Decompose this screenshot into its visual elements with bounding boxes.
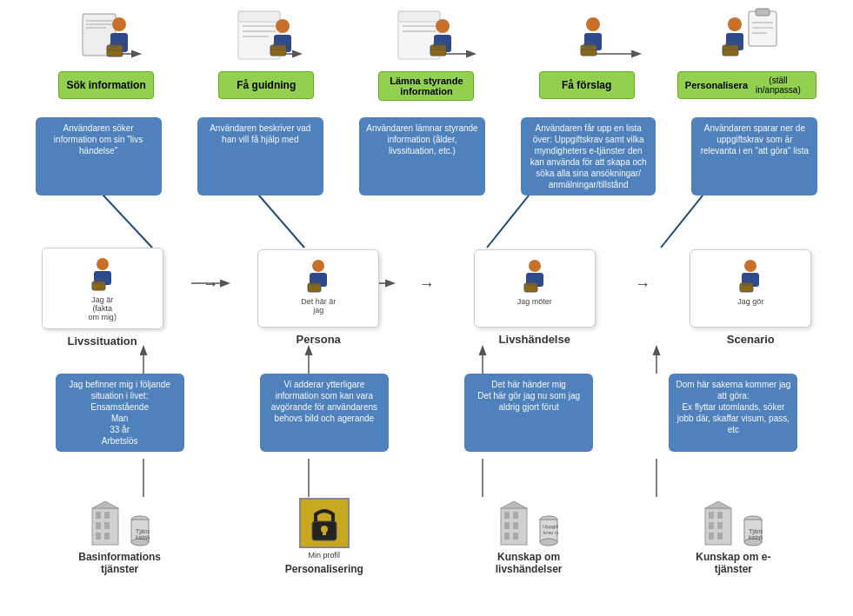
diagram-container: Sök information Få guidning bbox=[0, 0, 853, 616]
svg-point-70 bbox=[529, 260, 541, 272]
svg-rect-84 bbox=[104, 533, 110, 540]
bot-item-personalisering: Min profil Personalisering bbox=[255, 503, 394, 575]
mid-row: Jag är(faktaom mig) Livssituation → Det … bbox=[17, 248, 836, 348]
top-icon-personalisera bbox=[712, 7, 782, 68]
svg-rect-29 bbox=[238, 11, 280, 22]
bot-icon-area-personalisering: Min profil bbox=[298, 503, 350, 560]
mid-box-livshändelse: Jag möter bbox=[474, 249, 596, 328]
bot-desc-1: Jag befinner mig i följande situation i … bbox=[56, 374, 184, 452]
arrow-3: → bbox=[635, 275, 650, 294]
top-item-styrande: Lämna styrandeinformation bbox=[357, 7, 496, 101]
svg-text:katalog: katalog bbox=[136, 534, 150, 541]
top-desc-3: Användaren lämnar styrande information (… bbox=[359, 117, 485, 195]
top-item-sok: Sök information bbox=[37, 7, 176, 101]
svg-text:krav reg.: krav reg. bbox=[543, 530, 558, 535]
building-icon-1 bbox=[90, 500, 127, 547]
svg-point-33 bbox=[276, 19, 290, 33]
mid-item-persona: Det här ärjag Persona bbox=[249, 249, 388, 346]
svg-rect-96 bbox=[504, 512, 510, 519]
person-briefcase-mid-icon bbox=[86, 255, 119, 292]
bot-label-kunskap-livs: Kunskap omlivshändelser bbox=[496, 551, 563, 575]
top-icon-guidning bbox=[231, 7, 301, 68]
lock-label: Min profil bbox=[309, 551, 341, 560]
cylinder-icon-2: Uppgifts- krav reg. bbox=[539, 514, 558, 547]
top-item-personalisera: Personalisera(ställ in/anpassa) bbox=[677, 7, 816, 101]
person-briefcase-mid-icon-3 bbox=[518, 257, 551, 294]
top-icon-forslag bbox=[552, 7, 622, 68]
building-icon-3 bbox=[703, 500, 740, 547]
person-briefcase-icon-guidning bbox=[234, 7, 299, 68]
bot-item-kunskap-e: Tjänste- katalog Kunskap om e-tjänster bbox=[663, 491, 803, 575]
mid-box-scenario: Jag gör bbox=[690, 249, 811, 328]
svg-point-47 bbox=[586, 17, 600, 31]
livshändelse-caption: Jag möter bbox=[517, 297, 552, 306]
svg-rect-53 bbox=[756, 9, 770, 16]
top-label-guidning: Få guidning bbox=[218, 71, 314, 99]
person-briefcase-icon-forslag bbox=[556, 7, 617, 68]
svg-rect-109 bbox=[709, 512, 714, 519]
svg-point-74 bbox=[744, 260, 756, 272]
bot-item-basinformation: Tjänste- katalog Basinformationstjänster bbox=[50, 491, 190, 575]
svg-rect-81 bbox=[96, 522, 101, 529]
scenario-caption: Jag gör bbox=[737, 297, 763, 306]
arrow-2: → bbox=[418, 275, 434, 294]
svg-point-66 bbox=[312, 260, 324, 272]
mid-item-scenario: Jag gör Scenario bbox=[681, 249, 820, 346]
bot-icon-area-kunskap-e: Tjänste- katalog bbox=[703, 491, 763, 547]
top-desc-row: Användaren söker information om sin "liv… bbox=[0, 117, 853, 195]
top-desc-1: Användaren söker information om sin "liv… bbox=[36, 117, 162, 195]
svg-point-62 bbox=[97, 258, 109, 270]
mid-label-persona: Persona bbox=[297, 333, 341, 346]
svg-point-42 bbox=[436, 19, 450, 33]
svg-rect-98 bbox=[504, 522, 510, 529]
svg-text:Uppgifts-: Uppgifts- bbox=[543, 524, 558, 529]
bot-desc-3: Det här händer migDet här gör jag nu som… bbox=[464, 374, 593, 452]
mid-item-livssituation: Jag är(faktaom mig) Livssituation bbox=[33, 248, 172, 348]
cylinder-icon-3: Tjänste- katalog bbox=[743, 514, 763, 547]
svg-marker-102 bbox=[501, 501, 527, 508]
svg-rect-111 bbox=[709, 522, 714, 529]
mid-item-livshändelse: Jag möter Livshändelse bbox=[465, 249, 604, 346]
svg-rect-110 bbox=[717, 512, 723, 519]
persona-caption: Det här ärjag bbox=[301, 297, 336, 315]
svg-rect-52 bbox=[749, 11, 776, 46]
svg-rect-79 bbox=[96, 512, 101, 519]
person-briefcase-mid-icon-2 bbox=[302, 257, 335, 294]
top-item-forslag: Få förslag bbox=[517, 7, 656, 101]
cylinder-icon-1: Tjänste- katalog bbox=[130, 514, 150, 547]
bot-icon-row: Tjänste- katalog Basinformationstjänster bbox=[17, 491, 836, 575]
svg-rect-101 bbox=[513, 533, 518, 540]
svg-rect-100 bbox=[504, 533, 510, 540]
svg-rect-99 bbox=[513, 522, 518, 529]
lock-yellow-icon bbox=[298, 497, 350, 549]
arrow-1: → bbox=[203, 275, 218, 294]
bot-label-basinformation: Basinformationstjänster bbox=[78, 551, 161, 575]
top-desc-4: Användaren får upp en lista över: Uppgif… bbox=[521, 117, 656, 195]
person-briefcase-icon-sok bbox=[76, 7, 137, 68]
top-label-personalisera: Personalisera(ställ in/anpassa) bbox=[677, 71, 816, 99]
bot-item-kunskap-livs: Uppgifts- krav reg. Kunskap omlivshändel… bbox=[459, 491, 598, 575]
svg-marker-85 bbox=[92, 501, 118, 508]
svg-rect-112 bbox=[717, 522, 723, 529]
bot-icon-area-kunskap-livs: Uppgifts- krav reg. bbox=[499, 491, 558, 547]
person-clipboard-icon bbox=[712, 7, 782, 68]
building-icon-2 bbox=[499, 500, 536, 547]
top-item-guidning: Få guidning bbox=[197, 7, 336, 101]
svg-text:katalog: katalog bbox=[749, 534, 763, 541]
bot-desc-row: Jag befinner mig i följande situation i … bbox=[17, 374, 836, 452]
top-icon-styrande bbox=[391, 7, 461, 68]
top-label-forslag: Få förslag bbox=[539, 71, 635, 99]
svg-marker-115 bbox=[705, 501, 731, 508]
bot-desc-2: Vi adderar ytterligare information som k… bbox=[260, 374, 389, 452]
mid-box-livssituation: Jag är(faktaom mig) bbox=[42, 248, 163, 329]
svg-rect-114 bbox=[717, 533, 723, 540]
svg-rect-113 bbox=[709, 533, 714, 540]
svg-rect-82 bbox=[104, 522, 110, 529]
svg-point-23 bbox=[112, 17, 126, 31]
mid-label-livssituation: Livssituation bbox=[68, 334, 137, 348]
top-icon-sok bbox=[71, 7, 141, 68]
top-desc-2: Användaren beskriver vad han vill få hjä… bbox=[197, 117, 323, 195]
top-label-styrande: Lämna styrandeinformation bbox=[378, 71, 474, 101]
bot-label-kunskap-e: Kunskap om e-tjänster bbox=[696, 551, 770, 575]
svg-point-105 bbox=[540, 539, 557, 546]
